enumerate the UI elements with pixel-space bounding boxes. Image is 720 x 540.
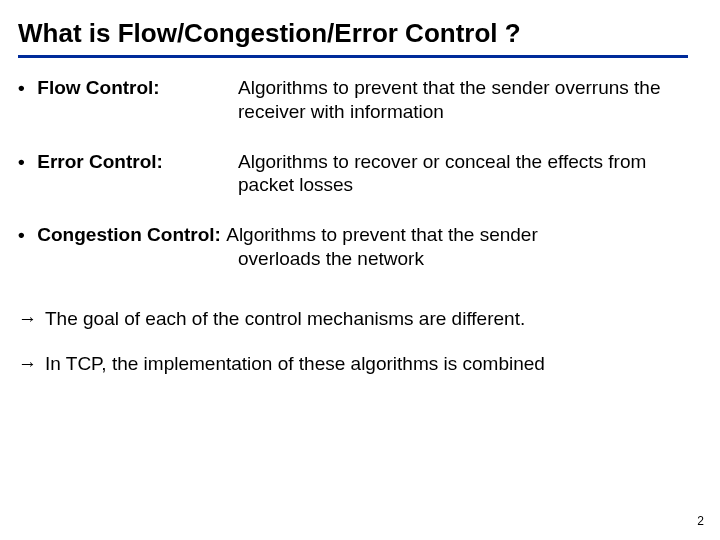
flow-label: • Flow Control: [18, 76, 238, 124]
definition-row-flow: • Flow Control: Algorithms to prevent th… [18, 76, 696, 124]
slide-title: What is Flow/Congestion/Error Control ? [18, 18, 696, 49]
flow-definition: Algorithms to prevent that the sender ov… [238, 76, 696, 124]
flow-label-text: Flow Control: [32, 77, 160, 98]
congestion-def-line2: overloads the network [18, 247, 696, 271]
arrow-icon: → [18, 307, 37, 331]
tcp-line: → In TCP, the implementation of these al… [18, 352, 696, 376]
tcp-text: In TCP, the implementation of these algo… [45, 352, 696, 376]
error-label-text: Error Control: [32, 151, 163, 172]
goal-text: The goal of each of the control mechanis… [45, 307, 696, 331]
goal-line: → The goal of each of the control mechan… [18, 307, 696, 331]
arrow-icon: → [18, 352, 37, 376]
definition-row-congestion: • Congestion Control: Algorithms to prev… [18, 223, 696, 271]
congestion-label-text: Congestion Control: [32, 224, 221, 245]
congestion-label: • Congestion Control: [18, 224, 226, 245]
error-definition: Algorithms to recover or conceal the eff… [238, 150, 696, 198]
definition-row-error: • Error Control: Algorithms to recover o… [18, 150, 696, 198]
page-number: 2 [697, 514, 704, 528]
congestion-def-line1: Algorithms to prevent that the sender [226, 224, 538, 245]
title-underline [18, 55, 688, 58]
error-label: • Error Control: [18, 150, 238, 198]
slide-content: • Flow Control: Algorithms to prevent th… [18, 76, 696, 376]
